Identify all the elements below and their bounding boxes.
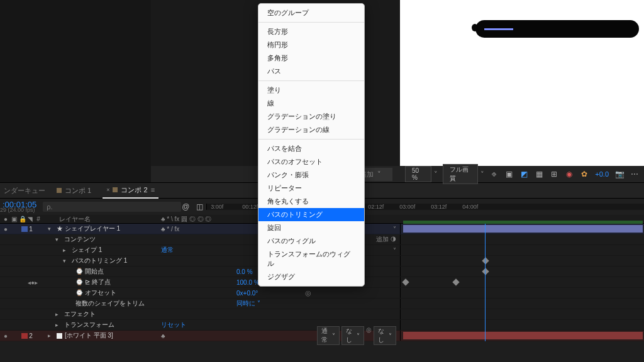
- graph-icon[interactable]: ◫: [195, 202, 204, 211]
- link-icon[interactable]: @: [181, 202, 190, 211]
- playhead-line[interactable]: [485, 224, 486, 341]
- menu-twist[interactable]: 旋回: [258, 221, 364, 234]
- track-matte-select[interactable]: なし ˅: [341, 326, 364, 345]
- keyframe[interactable]: [482, 257, 489, 264]
- menu-offset-paths[interactable]: パスのオフセット: [258, 155, 364, 168]
- project-panel: [0, 0, 151, 182]
- menu-round-corners[interactable]: 角を丸くする: [258, 195, 364, 208]
- menu-zigzag[interactable]: ジグザグ: [258, 270, 364, 283]
- preview-toolbar: 50 %˅ フル画質˅ ⎆ ▣ ◩ ▦ ⊞ ◉ ✿ +0.0 📷 ⋯: [400, 166, 644, 182]
- canvas[interactable]: [400, 0, 644, 166]
- menu-wiggle-transform[interactable]: トランスフォームのウィグル: [258, 248, 364, 270]
- prop-effects[interactable]: ▸エフェクト: [0, 309, 644, 320]
- add-chevron-icon[interactable]: ◑: [391, 235, 396, 244]
- menu-ellipse[interactable]: 楕円形: [258, 38, 364, 52]
- menu-polygon[interactable]: 多角形: [258, 52, 364, 65]
- menu-stroke[interactable]: 線: [258, 97, 364, 110]
- blend-mode-select[interactable]: 通常 ˅: [317, 326, 340, 345]
- export-icon[interactable]: ⎆: [489, 170, 498, 178]
- composition-preview: 50 %˅ フル画質˅ ⎆ ▣ ◩ ▦ ⊞ ◉ ✿ +0.0 📷 ⋯: [400, 0, 644, 182]
- mask-icon[interactable]: ◩: [519, 170, 528, 178]
- exposure-value[interactable]: +0.0: [595, 170, 609, 178]
- camera-icon[interactable]: 📷: [615, 170, 624, 178]
- layer-2[interactable]: ●2 ▸[ホワイト 平面 3] ♣ 通常 ˅ なし ˅ ◎ なし ˅: [0, 331, 644, 341]
- expression-icon[interactable]: ◎: [299, 289, 317, 297]
- render-queue-tab[interactable]: ンダーキュー: [4, 186, 45, 195]
- gear-icon[interactable]: ✿: [580, 170, 589, 178]
- prop-offset[interactable]: ⌚ オフセット 0x+0.0° ◎: [0, 288, 644, 299]
- menu-repeater[interactable]: リピーター: [258, 182, 364, 195]
- add-button[interactable]: 追加: [376, 235, 389, 244]
- menu-gradient-stroke[interactable]: グラデーションの線: [258, 123, 364, 136]
- tab-comp1[interactable]: コンポ 1: [53, 184, 95, 198]
- zoom-select[interactable]: 50 %: [405, 166, 431, 182]
- menu-rectangle[interactable]: 長方形: [258, 25, 364, 38]
- prop-trim-multi[interactable]: 複数のシェイプをトリム 同時に ˅: [0, 299, 644, 309]
- crop-icon[interactable]: ▣: [504, 170, 513, 178]
- menu-trim-paths[interactable]: パスのトリミング: [258, 208, 364, 221]
- visibility-icon[interactable]: ●: [3, 216, 9, 222]
- parent-select[interactable]: なし ˅: [374, 326, 396, 345]
- menu-pucker-bloat[interactable]: パンク・膨張: [258, 168, 364, 182]
- layer-search[interactable]: ρ.: [43, 202, 181, 212]
- keyframe[interactable]: [402, 278, 409, 285]
- keyframe[interactable]: [452, 278, 459, 285]
- add-context-menu: 空のグループ 長方形 楕円形 多角形 パス 塗り 線 グラデーションの塗り グラ…: [258, 3, 365, 287]
- guides-icon[interactable]: ⊞: [550, 170, 558, 178]
- grid-icon[interactable]: ▦: [535, 170, 543, 178]
- menu-gradient-fill[interactable]: グラデーションの塗り: [258, 110, 364, 123]
- more-icon[interactable]: ⋯: [630, 170, 639, 178]
- menu-merge-paths[interactable]: パスを結合: [258, 142, 364, 155]
- menu-path[interactable]: パス: [258, 65, 364, 78]
- tab-comp2[interactable]: ×コンポ 2≡: [103, 183, 158, 199]
- menu-fill[interactable]: 塗り: [258, 84, 364, 97]
- brush-stroke: [475, 20, 639, 38]
- color-wheel-icon[interactable]: ◉: [565, 170, 574, 178]
- audio-icon[interactable]: ▣: [11, 216, 17, 222]
- fps-label: 29 (24.00 fps): [0, 207, 36, 213]
- menu-empty-group[interactable]: 空のグループ: [258, 6, 364, 19]
- lock-icon[interactable]: 🔒: [19, 216, 25, 222]
- column-layer-name[interactable]: レイヤー名: [48, 215, 161, 224]
- keyframe[interactable]: [482, 268, 489, 275]
- menu-wiggle-paths[interactable]: パスのウィグル: [258, 234, 364, 248]
- quality-select[interactable]: フル画質: [443, 164, 479, 184]
